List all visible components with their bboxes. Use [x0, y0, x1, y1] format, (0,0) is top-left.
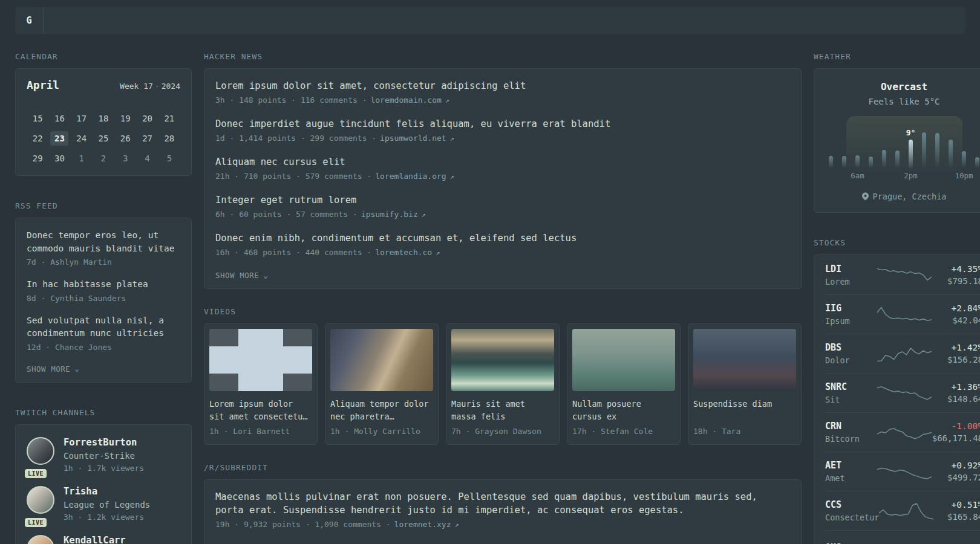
weather-bar-slot: 10pm: [958, 121, 971, 182]
subreddit-post-domain-link[interactable]: loremnet.xyz: [394, 520, 451, 529]
twitch-heading: TWITCH CHANNELS: [15, 408, 192, 417]
app-logo[interactable]: G: [15, 7, 44, 34]
video-title[interactable]: Nullam posuere cursus ex: [572, 398, 675, 423]
twitch-channel-row[interactable]: KendallCarr: [27, 535, 180, 544]
subreddit-post-title[interactable]: Maecenas mollis pulvinar erat non posuer…: [215, 490, 790, 517]
hackernews-item-domain-link[interactable]: loremlandia.org: [375, 172, 446, 181]
stock-symbol[interactable]: IIG: [825, 303, 877, 314]
video-thumbnail[interactable]: [572, 329, 675, 391]
video-title[interactable]: Aliquam tempor dolor nec pharetra…: [330, 398, 433, 423]
video-thumbnail[interactable]: [209, 329, 312, 391]
subreddit-section: /R/SUBREDDIT Maecenas mollis pulvinar er…: [204, 463, 802, 544]
external-link-icon: ↗: [455, 520, 459, 529]
video-title[interactable]: Lorem ipsum dolor sit amet consectetu…: [209, 398, 312, 423]
weather-time-label: 6am: [851, 171, 864, 182]
hackernews-item-domain-link[interactable]: ipsumify.biz: [361, 210, 418, 219]
page-tab[interactable]: [91, 7, 92, 34]
twitch-channel-row[interactable]: LIVE ForrestBurton Counter-Strike 1h · 1…: [27, 437, 180, 473]
hackernews-item-title[interactable]: Donec enim nibh, condimentum et accumsan…: [215, 232, 790, 245]
rss-item-title[interactable]: Sed volutpat nulla nisl, a condimentum n…: [27, 314, 180, 340]
rss-item[interactable]: Donec tempor eros leo, ut commodo mauris…: [27, 229, 180, 267]
hackernews-item[interactable]: Integer eget rutrum lorem 6h · 60 points…: [215, 193, 790, 219]
rss-item[interactable]: In hac habitasse platea 8d · Cynthia Sau…: [27, 278, 180, 303]
calendar-date-cell: 4: [136, 151, 158, 166]
stock-row[interactable]: AHS +0.46%: [825, 530, 980, 544]
stock-change: -1.00%: [932, 421, 980, 431]
hackernews-item-title[interactable]: Aliquam nec cursus elit: [215, 155, 790, 169]
videos-section: VIDEOS Lorem ipsum dolor sit amet consec…: [204, 307, 802, 445]
calendar-date-cell: 30: [48, 151, 70, 166]
hackernews-item[interactable]: Lorem ipsum dolor sit amet, consectetur …: [215, 79, 790, 105]
twitch-channel-name[interactable]: Trisha: [64, 486, 150, 497]
top-nav: G: [15, 7, 965, 34]
twitch-channel-name[interactable]: KendallCarr: [64, 535, 126, 544]
video-thumbnail[interactable]: [451, 329, 554, 391]
page-tab[interactable]: [74, 7, 75, 34]
hackernews-item[interactable]: Donec enim nibh, condimentum et accumsan…: [215, 232, 790, 257]
subreddit-post[interactable]: Maecenas mollis pulvinar erat non posuer…: [215, 490, 790, 529]
twitch-channel-name[interactable]: ForrestBurton: [64, 437, 144, 448]
calendar-date-cell: 17: [71, 111, 93, 126]
stock-symbol[interactable]: CRN: [825, 421, 877, 432]
calendar-date-cell: 5: [158, 151, 180, 166]
stock-row[interactable]: DBS Dolor +1.42% $156.28: [825, 334, 980, 373]
external-link-icon: ↗: [450, 134, 454, 143]
video-title[interactable]: Suspendisse diam: [693, 398, 796, 423]
separator-dot: ·: [153, 82, 162, 91]
video-card[interactable]: Nullam posuere cursus ex 17h · Stefan Co…: [567, 323, 681, 445]
hackernews-item[interactable]: Aliquam nec cursus elit 21h · 710 points…: [215, 155, 790, 181]
hackernews-item-title[interactable]: Lorem ipsum dolor sit amet, consectetur …: [215, 79, 790, 92]
calendar-section: CALENDAR April Week 17·2024 15: [15, 52, 192, 176]
stock-row[interactable]: LDI Lorem +4.35% $795.18: [825, 256, 980, 294]
video-meta: 1h · Molly Carrillo: [330, 427, 433, 436]
page-tab[interactable]: [57, 7, 58, 34]
stock-symbol[interactable]: LDI: [825, 264, 877, 274]
rss-list: Donec tempor eros leo, ut commodo mauris…: [27, 229, 180, 352]
video-card[interactable]: Mauris sit amet massa felis 7h · Grayson…: [446, 323, 560, 445]
stock-symbol[interactable]: SNRC: [825, 381, 877, 392]
rss-item-meta: 7d · Ashlyn Martin: [27, 257, 180, 267]
rss-item[interactable]: Sed volutpat nulla nisl, a condimentum n…: [27, 314, 180, 352]
hackernews-item-domain-link[interactable]: loremdomain.com: [370, 96, 441, 105]
hackernews-show-more-button[interactable]: SHOW MORE⌄: [215, 270, 790, 280]
video-title[interactable]: Mauris sit amet massa felis: [451, 398, 554, 423]
twitch-channel-row[interactable]: LIVE Trisha League of Legends 3h · 1.2k …: [27, 486, 180, 522]
stock-name: Ipsum: [825, 316, 877, 326]
middle-column: HACKER NEWS Lorem ipsum dolor sit amet, …: [204, 52, 802, 544]
rss-show-more-button[interactable]: SHOW MORE⌄: [27, 363, 180, 374]
page-tab[interactable]: [108, 7, 109, 34]
hackernews-item-title[interactable]: Integer eget rutrum lorem: [215, 193, 790, 207]
rss-item-title[interactable]: Donec tempor eros leo, ut commodo mauris…: [27, 229, 180, 255]
hackernews-item[interactable]: Donec imperdiet augue tincidunt felis al…: [215, 117, 790, 143]
stock-row[interactable]: SNRC Sit +1.36% $148.64: [825, 373, 980, 412]
right-column: WEATHER Overcast Feels like 5°C: [814, 52, 980, 544]
weather-bar: [935, 133, 939, 168]
stock-change: +1.42%: [932, 343, 980, 352]
dashboard-grid: CALENDAR April Week 17·2024 15: [15, 52, 965, 544]
video-card[interactable]: Suspendisse diam 18h · Tara: [688, 323, 802, 445]
live-badge: LIVE: [25, 469, 47, 478]
calendar-date-cell: 26: [114, 131, 136, 146]
stock-symbol[interactable]: DBS: [825, 342, 877, 353]
hackernews-item-domain-link[interactable]: ipsumworld.net: [380, 134, 446, 143]
stock-symbol[interactable]: AET: [825, 460, 877, 471]
video-meta: 7h · Grayson Dawson: [451, 427, 554, 436]
weather-bar-slot: [878, 121, 891, 182]
hackernews-item-title[interactable]: Donec imperdiet augue tincidunt felis al…: [215, 117, 790, 131]
hackernews-item-domain-link[interactable]: loremtech.co: [375, 248, 432, 257]
video-thumbnail[interactable]: [330, 329, 433, 391]
video-card[interactable]: Aliquam tempor dolor nec pharetra… 1h · …: [325, 323, 439, 445]
stock-row[interactable]: AET Amet +0.92% $499.72: [825, 452, 980, 491]
stock-sparkline: [877, 383, 932, 403]
rss-heading: RSS FEED: [15, 201, 192, 210]
stock-row[interactable]: CRN Bitcorn -1.00% $66,171.48: [825, 412, 980, 452]
twitch-channel-meta: 1h · 1.7k viewers: [64, 464, 144, 473]
stock-row[interactable]: IIG Ipsum +2.84% $42.04: [825, 294, 980, 334]
weather-condition: Overcast: [824, 81, 980, 92]
rss-item-title[interactable]: In hac habitasse platea: [27, 278, 180, 291]
stock-row[interactable]: CCS Consectetur +0.51% $165.84: [825, 491, 980, 530]
stock-price: $165.84: [933, 512, 980, 522]
video-thumbnail[interactable]: [693, 329, 796, 391]
video-card[interactable]: Lorem ipsum dolor sit amet consectetu… 1…: [204, 323, 318, 445]
stock-symbol[interactable]: CCS: [825, 499, 879, 510]
